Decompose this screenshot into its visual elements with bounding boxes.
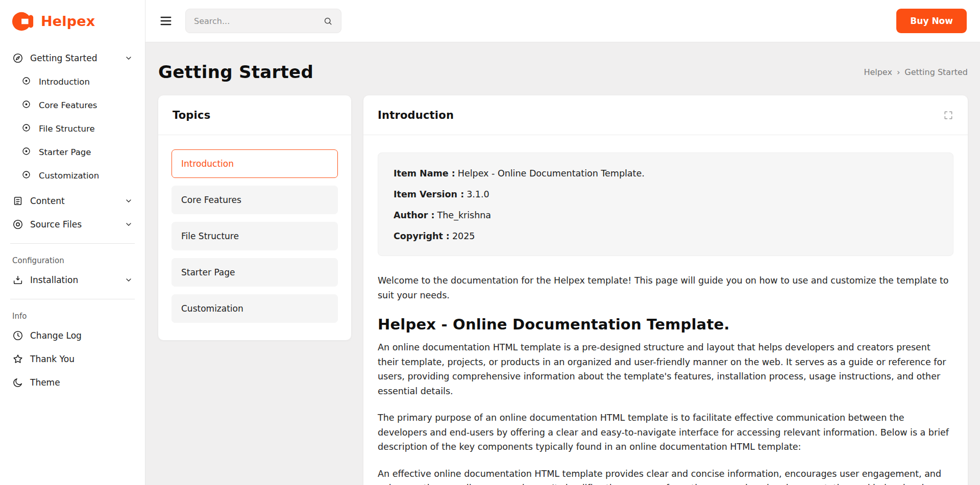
sidebar-subitem-label: Starter Page	[39, 147, 91, 157]
fullscreen-icon[interactable]	[943, 110, 953, 120]
article-title: Introduction	[378, 109, 454, 121]
sidebar-subitem-customization[interactable]: Customization	[8, 164, 137, 187]
hamburger-menu-icon[interactable]	[159, 14, 173, 28]
sidebar-item-label: Content	[30, 196, 65, 206]
sidebar-subitem-label: Introduction	[39, 77, 90, 87]
page-header: Getting Started Helpex › Getting Started	[158, 62, 968, 82]
target-icon	[21, 146, 33, 158]
topic-item-starter-page[interactable]: Starter Page	[172, 258, 338, 287]
sidebar-item-theme[interactable]: Theme	[8, 371, 137, 394]
target-icon	[21, 123, 33, 134]
search-input[interactable]	[194, 16, 318, 26]
topics-list: Introduction Core Features File Structur…	[158, 135, 351, 340]
search-icon[interactable]	[323, 16, 333, 26]
sidebar-subitem-introduction[interactable]: Introduction	[8, 70, 137, 93]
getting-started-submenu: Introduction Core Features File Structur…	[8, 70, 137, 189]
topic-item-customization[interactable]: Customization	[172, 294, 338, 323]
article-paragraph: The primary purpose of an online documen…	[378, 411, 953, 454]
topics-card-header: Topics	[158, 95, 351, 135]
sidebar-item-label: Change Log	[30, 330, 82, 341]
sidebar-item-label: Installation	[30, 275, 78, 285]
sidebar-item-installation[interactable]: Installation	[8, 268, 137, 292]
chevron-down-icon	[125, 197, 133, 205]
sidebar-subitem-label: File Structure	[39, 124, 95, 134]
sidebar-subitem-label: Customization	[39, 171, 99, 181]
content-columns: Topics Introduction Core Features File S…	[158, 95, 968, 485]
info-row-item-version: Item Version :3.1.0	[394, 189, 938, 199]
page-title: Getting Started	[158, 62, 313, 82]
sidebar-item-thank-you[interactable]: Thank You	[8, 347, 137, 371]
sidebar-subitem-starter-page[interactable]: Starter Page	[8, 140, 137, 164]
breadcrumb-link-helpex[interactable]: Helpex	[864, 67, 892, 77]
item-info-box: Item Name :Helpex - Online Documentation…	[378, 152, 953, 256]
topbar: Buy Now	[145, 0, 980, 42]
topic-item-introduction[interactable]: Introduction	[172, 149, 338, 178]
helpex-logo-icon	[11, 10, 35, 33]
article-paragraph: An online documentation HTML template is…	[378, 340, 953, 398]
article-body: Item Name :Helpex - Online Documentation…	[363, 135, 968, 485]
topics-card: Topics Introduction Core Features File S…	[158, 95, 351, 340]
article-welcome-paragraph: Welcome to the documentation for the Hel…	[378, 273, 953, 302]
article-card-header: Introduction	[363, 95, 968, 135]
brand-name: Helpex	[41, 13, 95, 29]
sidebar-divider	[10, 243, 135, 244]
sidebar-section-configuration: Configuration	[8, 251, 137, 268]
target-icon	[21, 99, 33, 111]
brand-logo[interactable]: Helpex	[0, 0, 145, 42]
document-icon	[12, 195, 23, 207]
sidebar-item-source-files[interactable]: Source Files	[8, 213, 137, 236]
star-icon	[12, 353, 23, 365]
topic-item-file-structure[interactable]: File Structure	[172, 222, 338, 250]
info-row-copyright: Copyright :2025	[394, 231, 938, 241]
sidebar-item-getting-started[interactable]: Getting Started	[8, 46, 137, 70]
breadcrumb-current: Getting Started	[904, 67, 968, 77]
breadcrumb: Helpex › Getting Started	[864, 67, 968, 77]
article-section-heading: Helpex - Online Documentation Template.	[378, 316, 953, 333]
sidebar: Helpex Getting Started Introduction Core…	[0, 0, 145, 485]
info-row-item-name: Item Name :Helpex - Online Documentation…	[394, 168, 938, 178]
main-column: Buy Now Getting Started Helpex › Getting…	[145, 0, 980, 485]
sidebar-divider	[10, 299, 135, 299]
target-icon	[21, 76, 33, 87]
compass-icon	[12, 53, 23, 64]
buy-now-button[interactable]: Buy Now	[896, 9, 967, 33]
chevron-down-icon	[125, 220, 133, 228]
chevron-down-icon	[125, 276, 133, 284]
breadcrumb-separator: ›	[897, 67, 900, 77]
sidebar-subitem-label: Core Features	[39, 100, 97, 110]
sidebar-item-label: Source Files	[30, 219, 82, 229]
disc-icon	[12, 219, 23, 230]
article-paragraph: An effective online documentation HTML t…	[378, 467, 953, 485]
chevron-down-icon	[125, 54, 133, 62]
article-card: Introduction Item Name :Helpex - Online …	[363, 95, 968, 485]
info-row-author: Author :The_krishna	[394, 210, 938, 220]
target-icon	[21, 170, 33, 181]
topics-title: Topics	[173, 109, 210, 121]
topic-item-core-features[interactable]: Core Features	[172, 186, 338, 214]
sidebar-nav: Getting Started Introduction Core Featur…	[0, 42, 145, 394]
clock-icon	[12, 330, 23, 341]
moon-icon	[12, 377, 23, 388]
sidebar-section-info: Info	[8, 307, 137, 324]
sidebar-item-label: Getting Started	[30, 53, 97, 63]
sidebar-item-content[interactable]: Content	[8, 189, 137, 213]
sidebar-item-change-log[interactable]: Change Log	[8, 324, 137, 347]
sidebar-item-label: Thank You	[30, 354, 75, 364]
page-content: Getting Started Helpex › Getting Started…	[145, 42, 980, 485]
download-icon	[12, 274, 23, 286]
sidebar-subitem-file-structure[interactable]: File Structure	[8, 117, 137, 140]
sidebar-subitem-core-features[interactable]: Core Features	[8, 93, 137, 117]
sidebar-item-label: Theme	[30, 377, 60, 388]
search-box	[185, 9, 341, 33]
